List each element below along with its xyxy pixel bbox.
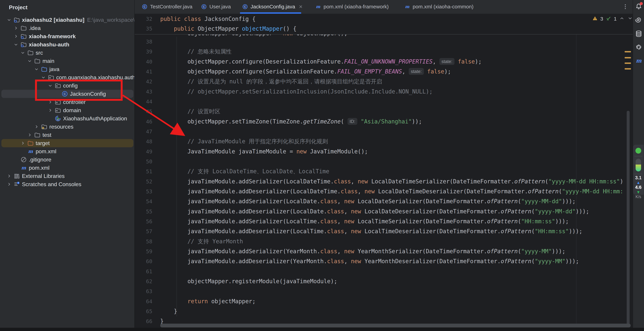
chevron-down-icon[interactable]	[6, 17, 12, 23]
chevron-right-icon[interactable]	[47, 99, 53, 105]
line-number[interactable]: 56	[135, 216, 160, 226]
code-line-32[interactable]: 32public class JacksonConfig {	[135, 14, 633, 24]
maven-icon[interactable]: m	[635, 57, 643, 65]
code-line-42[interactable]: 42 // 设置凡是为 null 的字段，返参中均不返回，请根据项目组约定是否开…	[135, 76, 633, 86]
ai-assistant-icon[interactable]	[635, 43, 643, 51]
tree-row-xiaoha-framework[interactable]: xiaoha-framework	[0, 32, 134, 40]
tree-row--gitignore[interactable]: .gitignore	[0, 155, 134, 164]
notifications-bell-icon[interactable]	[635, 2, 643, 10]
code-line-41[interactable]: 41 objectMapper.configure(SerializationF…	[135, 67, 633, 76]
chevron-right-icon[interactable]	[27, 132, 32, 138]
code-line-57[interactable]: 57 javaTimeModule.addDeserializer(LocalT…	[135, 226, 633, 236]
line-number[interactable]: 42	[135, 76, 160, 86]
line-number[interactable]: 63	[135, 286, 160, 296]
code-line-38[interactable]: 38	[135, 37, 633, 46]
chevron-down-icon[interactable]	[20, 50, 26, 56]
line-number[interactable]: 46	[135, 117, 160, 127]
line-number[interactable]: 48	[135, 136, 160, 146]
line-number[interactable]: 39	[135, 46, 160, 56]
line-number[interactable]: 49	[135, 147, 160, 157]
tree-row-config[interactable]: config	[0, 81, 134, 90]
line-number[interactable]: 45	[135, 106, 160, 116]
warning-stripe-mark[interactable]	[625, 57, 631, 58]
line-number[interactable]: 32	[135, 14, 160, 24]
tree-row-controller[interactable]: controller	[0, 98, 134, 106]
code-line-60[interactable]: 60 javaTimeModule.addDeserializer(YearMo…	[135, 256, 633, 266]
code-line-59[interactable]: 59 javaTimeModule.addSerializer(YearMont…	[135, 246, 633, 256]
code-line-55[interactable]: 55 javaTimeModule.addDeserializer(LocalD…	[135, 207, 633, 216]
code-editor[interactable]: ObjectMapper objectMapper = new ObjectMa…	[135, 14, 633, 328]
inspections-widget[interactable]: 3 1	[592, 15, 633, 22]
chevron-right-icon[interactable]	[6, 181, 12, 187]
tab-testcontroller-java[interactable]: CTestController.java	[137, 0, 195, 13]
code-line-39[interactable]: 39 // 忽略未知属性	[135, 46, 633, 56]
line-number[interactable]: 41	[135, 67, 160, 76]
code-line-51[interactable]: 51 // 支持 LocalDateTime、LocalDate、LocalTi…	[135, 166, 633, 176]
spiral-icon[interactable]	[635, 16, 643, 24]
tab-pom-xml-xiaoha-framework-[interactable]: mpom.xml (xiaoha-framework)	[310, 0, 396, 13]
line-number[interactable]: 40	[135, 57, 160, 67]
next-problem-caret-down-icon[interactable]	[627, 15, 633, 22]
code-line-65[interactable]: 65 }	[135, 306, 633, 316]
code-line-62[interactable]: 62 objectMapper.registerModule(javaTimeM…	[135, 276, 633, 286]
chevron-right-icon[interactable]	[13, 33, 19, 39]
chevron-down-icon[interactable]	[27, 58, 32, 64]
code-line-44[interactable]: 44	[135, 97, 633, 106]
line-number[interactable]: 65	[135, 306, 160, 316]
line-number[interactable]: 58	[135, 237, 160, 246]
tab-options-kebab-icon[interactable]	[621, 2, 630, 11]
line-number[interactable]: 52	[135, 177, 160, 186]
code-line-56[interactable]: 56 javaTimeModule.addSerializer(LocalTim…	[135, 216, 633, 226]
tree-row-xiaohashu-auth[interactable]: xiaohashu-auth	[0, 40, 134, 49]
prev-problem-caret-up-icon[interactable]	[619, 15, 625, 22]
warning-stripe-mark[interactable]	[625, 51, 631, 52]
tree-row-target[interactable]: target	[0, 139, 134, 147]
project-panel-header[interactable]: Project	[0, 0, 134, 15]
tree-row--idea[interactable]: .idea	[0, 24, 134, 32]
chevron-down-icon[interactable]	[47, 83, 53, 88]
line-number[interactable]: 66	[135, 316, 160, 324]
line-number[interactable]: 35	[135, 24, 160, 33]
tree-row-pom-xml[interactable]: mpom.xml	[0, 164, 134, 172]
line-number[interactable]: 43	[135, 87, 160, 97]
code-line-45[interactable]: 45 // 设置时区	[135, 106, 633, 116]
tree-row-pom-xml[interactable]: mpom.xml	[0, 147, 134, 155]
line-number[interactable]: 44	[135, 97, 160, 106]
line-number[interactable]: 55	[135, 207, 160, 216]
tree-row-test[interactable]: test	[0, 131, 134, 139]
tree-row-com-quanxiaoha-xiaohashu-auth[interactable]: com.quanxiaoha.xiaohashu.auth	[0, 73, 134, 81]
code-line-40[interactable]: 40 objectMapper.configure(Deserializatio…	[135, 57, 633, 67]
tab-jacksonconfig-java[interactable]: CJacksonConfig.java	[238, 0, 304, 13]
tree-row-xiaohashu2-xiaohashu-[interactable]: xiaohashu2 [xiaohashu]E:\java_workspace\…	[0, 16, 134, 24]
tree-row-external-libraries[interactable]: External Libraries	[0, 172, 134, 180]
line-number[interactable]: 62	[135, 276, 160, 286]
code-line-35[interactable]: 35 public ObjectMapper objectMapper() {	[135, 24, 633, 33]
code-line-54[interactable]: 54 javaTimeModule.addSerializer(LocalDat…	[135, 196, 633, 206]
line-number[interactable]: 61	[135, 267, 160, 276]
code-line-61[interactable]: 61	[135, 267, 633, 276]
code-line-52[interactable]: 52 javaTimeModule.addSerializer(LocalDat…	[135, 177, 633, 186]
chevron-right-icon[interactable]	[34, 124, 40, 130]
line-number[interactable]: 64	[135, 297, 160, 306]
tree-row-domain[interactable]: domain	[0, 106, 134, 114]
line-number[interactable]: 57	[135, 226, 160, 236]
line-number[interactable]: 54	[135, 196, 160, 206]
chevron-right-icon[interactable]	[13, 25, 19, 31]
code-line-49[interactable]: 49 JavaTimeModule javaTimeModule = new J…	[135, 147, 633, 157]
tree-row-java[interactable]: java	[0, 65, 134, 73]
code-line-63[interactable]: 63	[135, 286, 633, 296]
close-icon[interactable]	[298, 4, 303, 9]
code-line-43[interactable]: 43 // objectMapper.setSerializationInclu…	[135, 87, 633, 97]
code-line-47[interactable]: 47	[135, 127, 633, 136]
tree-row-resources[interactable]: resources	[0, 123, 134, 131]
line-number[interactable]: 50	[135, 157, 160, 166]
code-line-64[interactable]: 64 return objectMapper;	[135, 297, 633, 306]
tab-pom-xml-xiaoha-common-[interactable]: mpom.xml (xiaoha-common)	[400, 0, 478, 13]
code-line-66[interactable]: 66}	[135, 316, 633, 324]
line-number[interactable]: 38	[135, 37, 160, 46]
code-line-58[interactable]: 58 // 支持 YearMonth	[135, 237, 633, 246]
tree-row-jacksonconfig[interactable]: CJacksonConfig	[0, 90, 134, 98]
chevron-down-icon[interactable]	[13, 42, 19, 47]
chevron-down-icon[interactable]	[40, 74, 46, 80]
editor-scroll-area[interactable]: ObjectMapper objectMapper = new ObjectMa…	[135, 34, 633, 324]
